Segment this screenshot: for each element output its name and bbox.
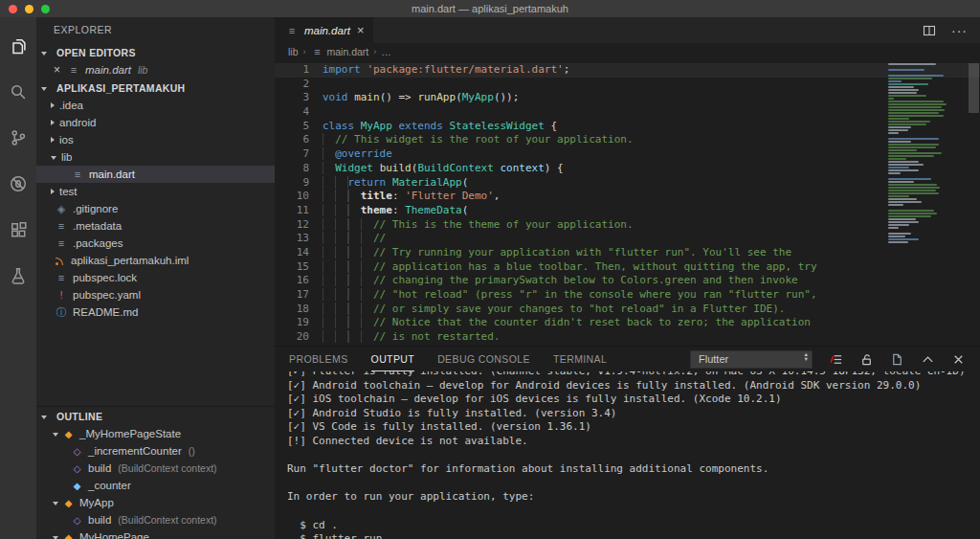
- breadcrumb-separator-icon: ›: [303, 47, 306, 56]
- outline-item--counter[interactable]: ◆_counter: [36, 477, 275, 494]
- close-window-icon[interactable]: [9, 5, 17, 13]
- tree-item-readme-md[interactable]: ⓘREADME.md: [36, 303, 275, 321]
- zoom-window-icon[interactable]: [41, 5, 50, 13]
- tree-item-ios[interactable]: ios: [36, 131, 275, 148]
- search-icon: [9, 82, 28, 101]
- tree-item--packages[interactable]: ≡.packages: [36, 235, 275, 252]
- code-line-6[interactable]: 6 // This widget is the root of your app…: [275, 133, 980, 147]
- code-line-5[interactable]: 5class MyApp extends StatelessWidget {: [275, 120, 980, 134]
- outline-item-myapp[interactable]: ◆MyApp: [36, 494, 275, 511]
- code-line-1[interactable]: 1import 'package:flutter/material.dart';: [275, 63, 980, 78]
- close-panel-icon[interactable]: [951, 352, 966, 367]
- activity-search-search-icon[interactable]: [0, 69, 36, 115]
- open-editor-item[interactable]: × ≡ main.dart lib: [36, 61, 275, 79]
- outline-item--myhomepagestate[interactable]: ◆_MyHomePageState: [36, 425, 275, 442]
- traffic-lights: [9, 5, 50, 13]
- activity-explorer-files-icon[interactable]: [0, 23, 36, 69]
- breadcrumb[interactable]: lib›≡main.dart›…: [275, 43, 980, 60]
- code-line-15[interactable]: 15 // application has a blue toolbar. Th…: [275, 260, 980, 275]
- code-editor[interactable]: 1import 'package:flutter/material.dart';…: [275, 60, 980, 346]
- line-number: 20: [275, 330, 323, 345]
- panel-tab-debug-console[interactable]: DEBUG CONSOLE: [437, 347, 530, 371]
- activity-test-beaker-icon[interactable]: [0, 253, 36, 299]
- open-editors-header[interactable]: OPEN EDITORS: [36, 43, 275, 61]
- split-editor-icon[interactable]: [923, 24, 936, 37]
- tree-item-main-dart[interactable]: ≡main.dart: [36, 166, 275, 183]
- window-title: main.dart — aplikasi_pertamakuh: [412, 3, 568, 14]
- code-line-9[interactable]: 9 return MaterialApp(: [275, 176, 980, 191]
- explorer-sidebar: EXPLORER OPEN EDITORS × ≡ main.dart lib …: [36, 17, 275, 539]
- tab-main-dart[interactable]: ≡ main.dart ×: [275, 17, 373, 43]
- breadcrumb-item[interactable]: …: [381, 46, 391, 57]
- activity-debug-debug-icon[interactable]: [0, 161, 36, 207]
- line-number: 13: [275, 232, 323, 246]
- outline-list: ◆_MyHomePageState◇_incrementCounter()◇bu…: [36, 425, 275, 539]
- code-line-13[interactable]: 13 //: [275, 232, 980, 246]
- close-editor-icon[interactable]: ×: [54, 63, 60, 77]
- tree-item-aplikasi-pertamakuh-iml[interactable]: aplikasi_pertamakuh.iml: [36, 252, 275, 269]
- tree-item--idea[interactable]: .idea: [36, 97, 275, 114]
- outline-item-build[interactable]: ◇build(BuildContext context): [36, 511, 275, 528]
- clear-output-icon[interactable]: [829, 352, 843, 367]
- tree-item--gitignore[interactable]: ◈.gitignore: [36, 200, 275, 217]
- activity-source-control-git-branch-icon[interactable]: [0, 115, 36, 161]
- chevron-right-icon: [51, 102, 55, 108]
- code-line-10[interactable]: 10 title: 'Flutter Demo',: [275, 190, 980, 204]
- dart-file-icon: ≡: [311, 46, 324, 57]
- panel-tab-terminal[interactable]: TERMINAL: [553, 347, 607, 371]
- iml-file-icon: [55, 256, 66, 266]
- chevron-down-icon: [53, 502, 58, 505]
- output-line: [287, 477, 980, 491]
- panel-tab-problems[interactable]: PROBLEMS: [289, 347, 348, 371]
- close-tab-icon[interactable]: ×: [357, 23, 365, 37]
- code-line-17[interactable]: 17 // "hot reload" (press "r" in the con…: [275, 288, 980, 303]
- chevron-right-icon: [51, 120, 55, 125]
- code-line-14[interactable]: 14 // Try running your application with …: [275, 246, 980, 260]
- tree-item--metadata[interactable]: ≡.metadata: [36, 217, 275, 235]
- code-line-7[interactable]: 7 @override: [275, 147, 980, 162]
- breadcrumb-item[interactable]: ≡main.dart: [311, 46, 369, 57]
- tree-item-pubspec-yaml[interactable]: !pubspec.yaml: [36, 286, 275, 303]
- tree-item-pubspec-lock[interactable]: ≡pubspec.lock: [36, 269, 275, 286]
- chevron-down-icon: [51, 156, 56, 160]
- outline-item--incrementcounter[interactable]: ◇_incrementCounter(): [36, 442, 275, 460]
- tree-item-android[interactable]: android: [36, 114, 275, 131]
- code-line-20[interactable]: 20 // is not restarted.: [275, 330, 980, 345]
- code-line-4[interactable]: 4: [275, 105, 980, 120]
- tree-item-test[interactable]: test: [36, 183, 275, 200]
- code-line-19[interactable]: 19 // Notice that the counter didn't res…: [275, 316, 980, 330]
- minimap[interactable]: [888, 63, 965, 247]
- code-line-16[interactable]: 16 // changing the primarySwatch below t…: [275, 274, 980, 288]
- outline-header[interactable]: OUTLINE: [36, 407, 275, 425]
- unlock-scroll-icon[interactable]: [859, 352, 874, 367]
- project-section-header[interactable]: APLIKASI_PERTAMAKUH: [36, 79, 275, 97]
- more-actions-icon[interactable]: ···: [951, 27, 968, 34]
- tree-item-lib[interactable]: lib: [36, 148, 275, 166]
- code-line-18[interactable]: 18 // or simply save your changes to "ho…: [275, 303, 980, 317]
- open-log-file-icon[interactable]: [890, 352, 904, 367]
- output-console[interactable]: [✓] Flutter is fully installed. (Channel…: [275, 371, 980, 539]
- editor-scrollbar[interactable]: [969, 63, 979, 113]
- maximize-panel-icon[interactable]: [921, 352, 935, 367]
- panel-tab-output[interactable]: OUTPUT: [371, 347, 415, 371]
- git-file-icon: ◈: [55, 203, 68, 215]
- text-file-icon: ≡: [55, 237, 68, 249]
- output-line: [!] Connected device is not available.: [287, 435, 980, 449]
- output-line: [287, 505, 980, 519]
- line-number: 4: [275, 105, 323, 120]
- breadcrumb-item[interactable]: lib: [288, 46, 299, 57]
- method-symbol-icon: ◇: [72, 515, 82, 526]
- activity-extensions-extensions-icon[interactable]: [0, 207, 36, 253]
- minimize-window-icon[interactable]: [25, 5, 33, 13]
- output-channel-select[interactable]: Flutter ▲▼: [690, 350, 813, 369]
- code-line-8[interactable]: 8 Widget build(BuildContext context) {: [275, 162, 980, 176]
- bottom-panel: PROBLEMSOUTPUTDEBUG CONSOLETERMINAL Flut…: [275, 346, 980, 539]
- code-line-12[interactable]: 12 // This is the theme of your applicat…: [275, 218, 980, 233]
- code-line-3[interactable]: 3void main() => runApp(MyApp());: [275, 91, 980, 105]
- outline-item-build[interactable]: ◇build(BuildContext context): [36, 460, 275, 477]
- dart-file-icon: ≡: [71, 168, 84, 180]
- code-line-11[interactable]: 11 theme: ThemeData(: [275, 204, 980, 218]
- editor-area: ≡ main.dart × ··· lib›≡main.dart›… 1impo…: [275, 17, 980, 539]
- outline-item-myhomepage[interactable]: ◆MyHomePage: [36, 528, 275, 539]
- code-line-2[interactable]: 2: [275, 78, 980, 92]
